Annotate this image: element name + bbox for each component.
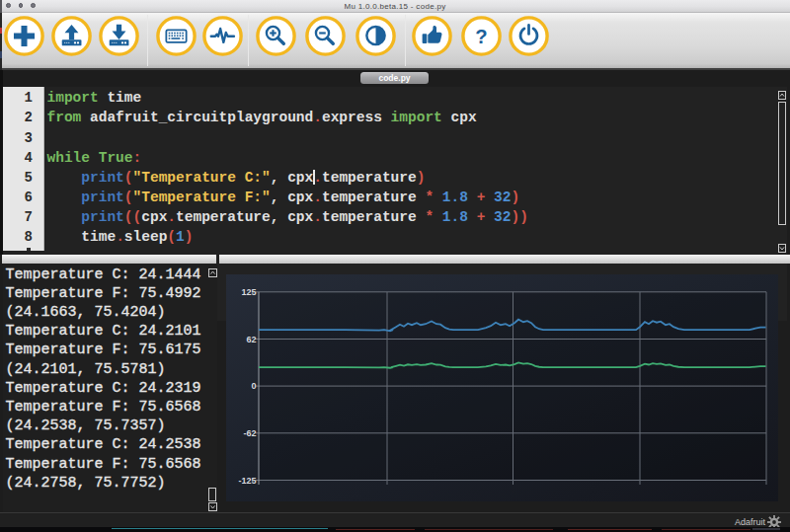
svg-text:?: ? bbox=[475, 25, 487, 46]
svg-text:0: 0 bbox=[251, 381, 256, 391]
svg-text:-125: -125 bbox=[238, 476, 256, 486]
svg-text:125: 125 bbox=[241, 287, 256, 297]
svg-text:62: 62 bbox=[246, 335, 256, 344]
svg-text:-62: -62 bbox=[243, 428, 256, 438]
